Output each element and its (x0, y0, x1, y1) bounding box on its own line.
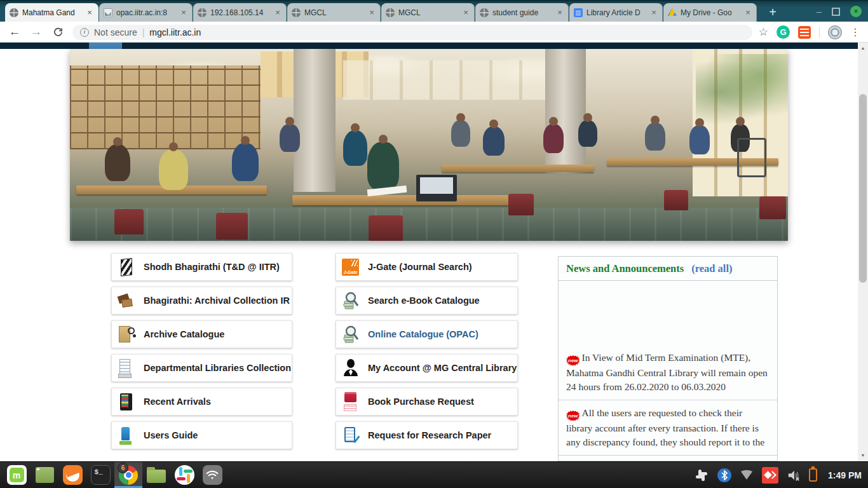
anydesk-icon[interactable] (762, 467, 778, 484)
close-icon[interactable]: × (85, 8, 94, 17)
grammarly-extension-icon[interactable]: G (776, 25, 790, 39)
show-desktop-button[interactable] (31, 462, 58, 488)
slack-launcher[interactable] (170, 462, 198, 488)
news-header: News and Announcements (read all) (559, 257, 777, 281)
mint-menu-button[interactable]: m (3, 462, 31, 488)
window-close-button[interactable]: × (850, 6, 862, 17)
quicklink-label: Departmental Libraries Collection (144, 363, 291, 373)
network-settings-launcher[interactable] (198, 462, 226, 488)
browser-tab-mgcl-2[interactable]: MGCL × (381, 3, 475, 22)
close-icon[interactable]: × (555, 8, 564, 17)
reload-button[interactable] (47, 27, 69, 37)
photo-pillar (545, 49, 586, 173)
terminal-launcher[interactable]: $_ (86, 462, 114, 488)
wifi-signal-icon[interactable] (740, 470, 754, 480)
system-tray: 1:49 PM (694, 462, 868, 488)
globe-favicon (386, 8, 395, 17)
orange-extension-icon[interactable] (798, 26, 811, 39)
close-icon[interactable]: × (273, 8, 282, 17)
info-icon[interactable]: i (80, 28, 89, 37)
new-badge: new (566, 355, 580, 366)
back-button[interactable]: ← (4, 25, 25, 39)
window-controls: – × (817, 1, 862, 22)
browser-tab-library-article[interactable]: Library Article D × (569, 3, 663, 22)
quicklink-label: Users Guide (144, 430, 198, 440)
photo-floor (70, 208, 788, 241)
quicklink-archival-collection[interactable]: Bhagirathi: Archival Collection IR (111, 287, 292, 315)
photo-person (689, 125, 710, 154)
new-tab-button[interactable]: + (764, 3, 782, 21)
tab-title: student guide (492, 8, 552, 17)
quicklink-jgate[interactable]: J-Gate J-Gate (Journal Search) (336, 253, 518, 281)
scrollbar-thumb[interactable] (859, 94, 867, 283)
quick-links-column-1: Shodh Bhagirathi (T&D @ IITR) Bhagirathi… (111, 253, 292, 449)
photo-chair (216, 213, 248, 240)
close-icon[interactable]: × (649, 8, 658, 17)
photo-person (159, 149, 188, 190)
scroll-down-arrow[interactable]: ▼ (858, 451, 868, 460)
bookshelf-icon (118, 391, 135, 412)
restore-button[interactable] (832, 8, 840, 16)
page-scrollbar[interactable]: ▲ ▼ (858, 43, 868, 461)
photo-table (442, 165, 594, 172)
close-icon[interactable]: × (367, 8, 376, 17)
photo-bookshelves (70, 65, 261, 149)
scroll-up-arrow[interactable]: ▲ (858, 44, 868, 53)
browser-tab-student-guide[interactable]: student guide × (475, 3, 569, 22)
firefox-launcher[interactable] (58, 462, 86, 488)
minimize-button[interactable]: – (817, 8, 822, 15)
quicklink-my-account[interactable]: My Account @ MG Central Library (336, 354, 518, 382)
bookmark-star-icon[interactable]: ☆ (759, 25, 768, 39)
profile-avatar[interactable] (828, 25, 842, 39)
quicklink-recent-arrivals[interactable]: Recent Arrivals (111, 388, 292, 416)
url-text: mgcl.iitr.ac.in (149, 27, 201, 37)
archive-search-icon (118, 324, 135, 344)
browser-tab-mgcl-1[interactable]: MGCL × (287, 3, 381, 22)
quicklink-research-paper[interactable]: Request for Research Paper (336, 421, 518, 449)
url-field[interactable]: i Not secure | mgcl.iitr.ac.in (72, 25, 752, 40)
news-item: newAll the users are requested to check … (559, 400, 777, 456)
close-icon[interactable]: × (461, 8, 470, 17)
browser-menu-icon[interactable]: ⋮ (850, 26, 860, 38)
quick-links-column-2: J-Gate J-Gate (Journal Search) Search e-… (336, 253, 518, 449)
browser-tab-mahatma[interactable]: Mahatma Gand × (5, 3, 98, 22)
quicklink-archive-catalogue[interactable]: Archive Catalogue (111, 320, 292, 348)
read-all-link[interactable]: (read all) (691, 262, 732, 275)
bluetooth-icon[interactable] (717, 468, 731, 482)
quicklink-users-guide[interactable]: Users Guide (111, 421, 292, 449)
browser-tab-opac[interactable]: opac.iitr.ac.in:8 × (99, 3, 193, 22)
battery-icon[interactable] (809, 468, 817, 482)
quicklink-label: My Account @ MG Central Library (368, 363, 517, 373)
photo-person (343, 130, 367, 166)
address-bar: ← → i Not secure | mgcl.iitr.ac.in ☆ G ⋮ (0, 22, 868, 43)
tab-title: opac.iitr.ac.in:8 (116, 8, 175, 17)
url-separator: | (142, 27, 145, 37)
taskbar-clock[interactable]: 1:49 PM (828, 470, 862, 480)
globe-favicon (198, 8, 207, 17)
browser-tab-my-drive[interactable]: My Drive - Goo × (663, 3, 757, 22)
active-nav-item-remnant[interactable] (89, 43, 122, 49)
slack-tray-icon[interactable] (694, 468, 709, 483)
file-manager-launcher[interactable] (142, 462, 170, 488)
terminal-icon: $_ (91, 465, 111, 485)
tab-title: Library Article D (587, 8, 646, 17)
browser-tab-ip[interactable]: 192.168.105.14 × (193, 3, 287, 22)
chrome-window-button[interactable]: 6 (114, 462, 142, 488)
address-bar-actions: ☆ G ⋮ (759, 22, 860, 43)
library-photo (70, 49, 788, 241)
volume-muted-icon[interactable] (787, 469, 801, 482)
quicklink-book-purchase[interactable]: Book Purchase Request (336, 388, 518, 416)
photo-laptop (416, 175, 457, 201)
close-icon[interactable]: × (743, 8, 752, 17)
quicklink-departmental-libraries[interactable]: Departmental Libraries Collection (111, 354, 292, 382)
mint-logo-icon: m (7, 465, 27, 485)
quicklink-shodh-bhagirathi[interactable]: Shodh Bhagirathi (T&D @ IITR) (111, 253, 292, 281)
folder-icon (147, 470, 166, 483)
screen: Mahatma Gand × opac.iitr.ac.in:8 × 192.1… (0, 0, 868, 488)
desktop-icon (36, 467, 54, 483)
close-icon[interactable]: × (179, 8, 188, 17)
quicklink-opac[interactable]: Online Catalogue (OPAC) (336, 320, 518, 348)
forward-button[interactable]: → (25, 25, 47, 39)
quicklink-ebook-catalogue[interactable]: Search e-Book Catalogue (336, 287, 518, 315)
red-book-icon (342, 391, 359, 412)
